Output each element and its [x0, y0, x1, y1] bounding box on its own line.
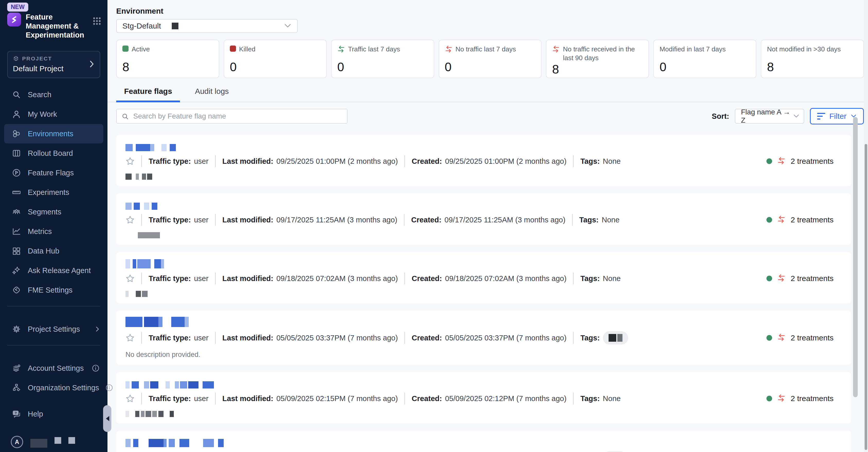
stat-label: No traffic last 7 days	[456, 45, 516, 54]
sidebar-item-environments[interactable]: Environments	[4, 124, 103, 144]
status-dot-icon	[767, 396, 772, 401]
sort-select[interactable]: Flag name A → Z	[735, 109, 804, 124]
flag-name-redacted[interactable]	[125, 316, 842, 327]
redaction-block	[180, 439, 189, 447]
redaction-block	[163, 411, 170, 417]
sidebar-item-ask-release-agent[interactable]: Ask Release Agent	[4, 261, 103, 280]
logo-area: NEW Feature Management & Experimentation	[0, 0, 107, 39]
redaction-block	[203, 381, 214, 389]
redaction-block	[170, 381, 175, 389]
redaction-block	[133, 259, 136, 268]
traffic-type-value: user	[194, 394, 208, 403]
sidebar-item-my-work[interactable]: My Work	[4, 104, 103, 124]
sidebar-item-organization-settings[interactable]: Organization Settings	[4, 378, 103, 397]
sidebar-item-data-hub[interactable]: Data Hub	[4, 241, 103, 261]
sidebar-collapse-handle[interactable]	[103, 405, 111, 432]
feature-flag-row[interactable]: Traffic type: user Last modified: 09/25/…	[116, 135, 851, 186]
status-dot-icon	[767, 217, 772, 223]
redaction-block	[125, 259, 130, 268]
meta-separator	[142, 393, 142, 404]
feature-flag-row[interactable]: Traffic type: user Last modified: 05/09/…	[116, 372, 851, 423]
meta-separator	[572, 214, 572, 226]
tags-label: Tags:	[580, 274, 599, 283]
sidebar-item-label: Rollout Board	[28, 149, 73, 158]
page-scrollbar-thumb[interactable]	[865, 144, 867, 450]
redaction-block	[150, 381, 158, 389]
list-scrollbar-thumb[interactable]	[853, 117, 858, 397]
feature-flag-row[interactable]: Traffic type: user Last modified: 09/18/…	[116, 252, 851, 303]
red-arrows-icon	[552, 46, 560, 53]
favorite-star-icon[interactable]	[125, 333, 135, 342]
sidebar-item-label: Environments	[28, 129, 73, 138]
favorite-star-icon[interactable]	[125, 394, 135, 403]
ruler-icon	[12, 188, 21, 197]
apps-grid-icon[interactable]	[93, 17, 101, 39]
environment-value: Stg-Default	[122, 22, 161, 30]
gear-icon	[12, 325, 21, 334]
sidebar-item-fme-settings[interactable]: FME Settings	[4, 280, 103, 300]
redaction-block	[165, 381, 170, 389]
redaction-block	[132, 174, 136, 180]
sidebar-item-search[interactable]: Search	[4, 85, 103, 104]
meta-separator	[142, 214, 142, 226]
favorite-star-icon[interactable]	[125, 274, 135, 283]
treatments-arrows-icon	[777, 157, 785, 165]
grid-squares-icon	[12, 246, 21, 255]
feature-flag-row[interactable]: Traffic type: user Last modified: 09/17/…	[116, 193, 851, 245]
stat-value: 0	[445, 60, 535, 74]
favorite-star-icon[interactable]	[125, 215, 135, 224]
sidebar-item-segments[interactable]: Segments	[4, 202, 103, 222]
last-modified-label: Last modified:	[222, 216, 273, 224]
tab-audit-logs[interactable]: Audit logs	[180, 87, 244, 102]
user-account-row[interactable]: A	[11, 435, 107, 448]
redaction-block	[144, 317, 158, 327]
info-icon[interactable]	[106, 384, 113, 391]
traffic-type-value: user	[194, 157, 208, 165]
help-chat-icon: ?	[12, 409, 21, 419]
environment-select[interactable]: Stg-Default	[116, 19, 298, 33]
flag-name-redacted[interactable]	[125, 258, 842, 268]
favorite-star-icon[interactable]	[125, 157, 135, 166]
redaction-block	[125, 317, 143, 327]
sidebar-item-help[interactable]: ? Help	[4, 404, 103, 424]
created-value: 09/18/2025 07:02AM (3 months ago)	[445, 274, 566, 283]
tags-label: Tags:	[580, 334, 599, 342]
redaction-block	[218, 439, 224, 447]
info-icon[interactable]	[92, 365, 99, 372]
redaction-block	[142, 291, 148, 297]
flag-name-redacted[interactable]	[125, 378, 842, 389]
tab-bar: Feature flags Audit logs	[107, 87, 868, 102]
avatar[interactable]: A	[11, 436, 23, 448]
flag-name-redacted[interactable]	[125, 140, 842, 151]
tab-feature-flags[interactable]: Feature flags	[116, 87, 180, 102]
redaction-block	[158, 317, 162, 327]
page-scrollbar[interactable]	[864, 0, 868, 452]
redaction-block	[125, 381, 130, 389]
feature-flag-row[interactable]: Traffic type: user Last modified: 05/05/…	[116, 431, 851, 452]
project-selector[interactable]: PROJECT Default Project	[7, 51, 100, 78]
sidebar-item-feature-flags[interactable]: Feature Flags	[4, 163, 103, 183]
sidebar-item-rollout-board[interactable]: Rollout Board	[4, 144, 103, 163]
redaction-block	[129, 411, 135, 417]
redaction-block	[138, 232, 160, 238]
flag-name-redacted[interactable]	[125, 199, 842, 210]
last-modified-value: 09/18/2025 07:02AM (3 months ago)	[276, 274, 398, 283]
redaction-block	[158, 381, 165, 389]
search-input[interactable]	[116, 109, 348, 124]
meta-separator	[404, 214, 404, 226]
redaction-block	[161, 144, 166, 151]
created-value: 05/05/2025 03:37PM (7 months ago)	[445, 334, 566, 342]
last-modified-value: 05/09/2025 02:15PM (7 months ago)	[276, 394, 398, 403]
sidebar-item-experiments[interactable]: Experiments	[4, 183, 103, 202]
sidebar-item-metrics[interactable]: Metrics	[4, 222, 103, 241]
environment-label: Environment	[116, 7, 864, 16]
feature-flag-row[interactable]: Traffic type: user Last modified: 05/05/…	[116, 310, 851, 365]
stat-label: Modified in last 7 days	[659, 45, 725, 54]
redaction-block	[185, 317, 189, 327]
flag-name-redacted[interactable]	[125, 436, 842, 447]
stat-card: Not modified in >30 days 8	[761, 39, 864, 78]
sidebar-item-project-settings[interactable]: Project Settings	[4, 319, 103, 339]
redaction-block	[125, 174, 132, 180]
traffic-type-label: Traffic type:	[149, 216, 191, 224]
sidebar-item-account-settings[interactable]: Account Settings	[4, 358, 103, 378]
